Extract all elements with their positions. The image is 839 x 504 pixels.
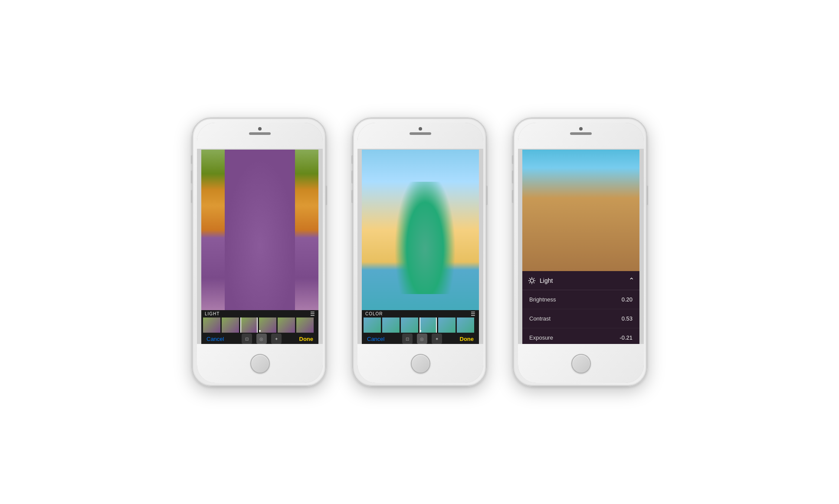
brightness-label: Brightness bbox=[529, 296, 622, 303]
silent-switch-2[interactable] bbox=[351, 155, 353, 164]
filter-thumb[interactable] bbox=[296, 317, 314, 333]
silent-switch-3[interactable] bbox=[512, 155, 514, 164]
light-chevron-up[interactable]: ⌃ bbox=[629, 276, 634, 285]
brightness-value: 0.20 bbox=[622, 296, 633, 303]
done-button-2[interactable]: Done bbox=[460, 336, 474, 342]
sun-icon bbox=[528, 277, 536, 285]
volume-down-3[interactable] bbox=[512, 190, 514, 203]
filter-thumb-color[interactable] bbox=[457, 317, 474, 333]
silent-switch-1[interactable] bbox=[191, 155, 193, 164]
phones-container: LIGHT ☰ Cancel bbox=[192, 118, 647, 386]
action-icons-2: ⊡ ◎ ✦ bbox=[402, 334, 442, 344]
speaker-grille-3 bbox=[570, 132, 592, 135]
filter-thumb[interactable] bbox=[259, 317, 276, 333]
filter-indicator bbox=[259, 330, 261, 332]
phone-1-inner: LIGHT ☰ Cancel bbox=[197, 123, 323, 383]
action-bar-2: Cancel ⊡ ◎ ✦ Done bbox=[362, 333, 479, 345]
svg-line-8 bbox=[529, 282, 530, 283]
phone-1: LIGHT ☰ Cancel bbox=[192, 118, 326, 386]
filter-thumb-color[interactable] bbox=[401, 317, 418, 333]
phone-1-screen: LIGHT ☰ Cancel bbox=[201, 150, 318, 345]
cancel-button-1[interactable]: Cancel bbox=[206, 336, 224, 342]
phone-2-top bbox=[357, 123, 483, 149]
crop-icon-2[interactable]: ⊡ bbox=[402, 334, 413, 344]
phone-1-bottom bbox=[197, 344, 323, 383]
camera-dot-2 bbox=[419, 127, 422, 131]
photo-popsicle bbox=[201, 150, 318, 310]
done-button-1[interactable]: Done bbox=[299, 336, 314, 342]
cancel-button-2[interactable]: Cancel bbox=[367, 336, 384, 342]
edit-toolbar-2: COLOR ☰ Cancel bbox=[362, 310, 479, 345]
power-button-1[interactable] bbox=[325, 186, 327, 205]
svg-point-0 bbox=[530, 279, 534, 282]
home-button-2[interactable] bbox=[411, 354, 430, 373]
mode-label-2: COLOR bbox=[365, 311, 383, 316]
mode-label-1: LIGHT bbox=[205, 311, 220, 316]
phone-2-inner: COLOR ☰ Cancel bbox=[357, 123, 483, 383]
filter-strip-1[interactable] bbox=[201, 317, 318, 333]
camera-dot-3 bbox=[579, 127, 583, 131]
speaker-grille bbox=[249, 132, 271, 135]
edit-panel-3: Light ⌃ Brightness 0.20 Contrast 0.53 bbox=[522, 271, 639, 345]
phone-3-inner: Light ⌃ Brightness 0.20 Contrast 0.53 bbox=[518, 123, 644, 383]
filter-thumb[interactable] bbox=[278, 317, 295, 333]
power-button-2[interactable] bbox=[486, 186, 488, 205]
camera-dot bbox=[258, 127, 262, 131]
svg-line-7 bbox=[534, 278, 534, 278]
svg-line-5 bbox=[529, 278, 530, 278]
svg-line-6 bbox=[534, 282, 534, 283]
action-bar-1: Cancel ⊡ ◎ ✦ Done bbox=[201, 333, 318, 345]
phone-1-top bbox=[197, 123, 323, 149]
filter-thumb-selected[interactable] bbox=[240, 317, 258, 333]
filter-thumb-color[interactable] bbox=[438, 317, 456, 333]
phone-3: Light ⌃ Brightness 0.20 Contrast 0.53 bbox=[513, 118, 647, 386]
mode-label-bar-1: LIGHT ☰ bbox=[201, 310, 318, 317]
sun-section-icon bbox=[528, 276, 536, 285]
phone-2-screen: COLOR ☰ Cancel bbox=[362, 150, 479, 345]
phone-2: COLOR ☰ Cancel bbox=[352, 118, 487, 386]
home-button-1[interactable] bbox=[250, 354, 270, 373]
brightness-row[interactable]: Brightness 0.20 bbox=[522, 290, 639, 309]
edit-toolbar-1: LIGHT ☰ Cancel bbox=[201, 310, 318, 345]
light-section-title: Light bbox=[540, 277, 629, 284]
crop-icon-1[interactable]: ⊡ bbox=[242, 334, 252, 344]
filter-thumb[interactable] bbox=[222, 317, 239, 333]
filter-thumb-color[interactable] bbox=[382, 317, 400, 333]
contrast-row[interactable]: Contrast 0.53 bbox=[522, 309, 639, 328]
volume-down-2[interactable] bbox=[351, 190, 353, 203]
mode-label-bar-2: COLOR ☰ bbox=[362, 310, 479, 317]
phone-3-bottom bbox=[518, 344, 644, 383]
speaker-grille-2 bbox=[410, 132, 431, 135]
filter-indicator-2 bbox=[420, 330, 421, 332]
filter-thumb-color[interactable] bbox=[364, 317, 381, 333]
volume-up-1[interactable] bbox=[191, 170, 193, 183]
filter-icon-1[interactable]: ✦ bbox=[271, 334, 282, 344]
phone-3-screen: Light ⌃ Brightness 0.20 Contrast 0.53 bbox=[522, 150, 639, 345]
exposure-value: -0.21 bbox=[619, 334, 633, 341]
contrast-label: Contrast bbox=[529, 315, 622, 322]
volume-up-3[interactable] bbox=[512, 170, 514, 183]
phone-2-bottom bbox=[357, 344, 483, 383]
power-button-3[interactable] bbox=[646, 186, 648, 205]
filter-thumb[interactable] bbox=[203, 317, 220, 333]
action-icons-1: ⊡ ◎ ✦ bbox=[242, 334, 282, 344]
exposure-row[interactable]: Exposure -0.21 bbox=[522, 328, 639, 345]
volume-down-1[interactable] bbox=[191, 190, 193, 203]
list-icon-1: ☰ bbox=[310, 311, 315, 317]
photo-closeup bbox=[522, 150, 639, 271]
filter-strip-2[interactable] bbox=[362, 317, 479, 333]
contrast-value: 0.53 bbox=[622, 315, 633, 322]
phone-3-top bbox=[518, 123, 644, 149]
filter-icon-2[interactable]: ✦ bbox=[432, 334, 442, 344]
filter-thumb-color-selected[interactable] bbox=[420, 317, 437, 333]
exposure-label: Exposure bbox=[529, 334, 619, 341]
photo-telescope bbox=[362, 150, 479, 310]
adjust-icon-1[interactable]: ◎ bbox=[256, 334, 267, 344]
home-button-3[interactable] bbox=[571, 354, 591, 373]
light-section-header[interactable]: Light ⌃ bbox=[522, 271, 639, 290]
volume-up-2[interactable] bbox=[351, 170, 353, 183]
adjust-icon-2[interactable]: ◎ bbox=[417, 334, 427, 344]
list-icon-2: ☰ bbox=[471, 311, 475, 317]
